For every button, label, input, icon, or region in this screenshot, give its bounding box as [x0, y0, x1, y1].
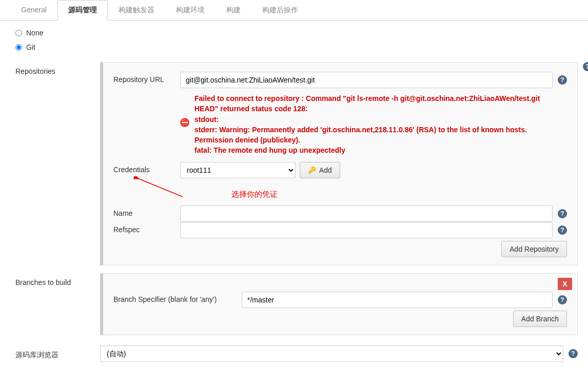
error-text: Failed to connect to repository : Comman… — [194, 93, 553, 156]
tab-general[interactable]: General — [10, 0, 57, 21]
remove-branch-button[interactable]: X — [558, 278, 572, 290]
scm-none-label: None — [26, 29, 43, 37]
add-credentials-button[interactable]: 🔑 Add — [300, 162, 340, 178]
branch-specifier-label: Branch Specifier (blank for 'any') — [113, 292, 242, 303]
scm-git-label: Git — [26, 43, 35, 51]
content-area: None Git Repositories ? Repository URL ⛔… — [0, 21, 588, 368]
branches-label: Branches to build — [15, 273, 100, 335]
tab-triggers[interactable]: 构建触发器 — [108, 0, 165, 21]
scm-git-row[interactable]: Git — [15, 40, 578, 54]
credentials-select[interactable]: root111 — [180, 162, 296, 178]
browser-label: 源码库浏览器 — [15, 345, 100, 362]
tab-build[interactable]: 构建 — [215, 0, 251, 21]
help-icon[interactable]: ? — [558, 209, 567, 218]
scm-git-radio[interactable] — [15, 44, 22, 51]
annotation-text: 选择你的凭证 — [231, 190, 567, 199]
tabs-bar: General 源码管理 构建触发器 构建环境 构建 构建后操作 — [0, 0, 588, 21]
add-button-label: Add — [319, 166, 332, 174]
help-icon[interactable]: ? — [558, 226, 567, 235]
repo-url-label: Repository URL — [113, 72, 180, 84]
refspec-input[interactable] — [180, 222, 553, 238]
add-branch-button[interactable]: Add Branch — [513, 311, 567, 327]
branch-specifier-input[interactable] — [242, 292, 553, 308]
key-icon: 🔑 — [308, 166, 316, 174]
help-icon[interactable]: ? — [569, 349, 578, 358]
refspec-label: Refspec — [113, 222, 180, 234]
tab-postbuild[interactable]: 构建后操作 — [251, 0, 309, 21]
scm-none-radio[interactable] — [15, 30, 22, 36]
name-input[interactable] — [180, 206, 553, 222]
browser-select[interactable]: (自动) — [100, 345, 563, 362]
help-icon[interactable]: ? — [558, 295, 567, 304]
repositories-label: Repositories — [15, 62, 100, 265]
branches-section: Branches to build X Branch Specifier (bl… — [15, 273, 578, 335]
tab-scm[interactable]: 源码管理 — [57, 0, 108, 21]
help-icon[interactable]: ? — [558, 75, 567, 85]
error-block: ⛔ Failed to connect to repository : Comm… — [180, 93, 553, 156]
help-icon[interactable]: ? — [583, 62, 588, 71]
svg-line-1 — [139, 179, 183, 197]
name-label: Name — [113, 206, 180, 217]
credentials-label: Credentials — [113, 162, 180, 174]
repositories-panel: Repository URL ⛔ Failed to connect to re… — [100, 62, 578, 265]
browser-section: 源码库浏览器 (自动) ? — [15, 345, 578, 362]
branches-panel: X Branch Specifier (blank for 'any') ? A… — [100, 273, 578, 335]
annotation-arrow — [131, 176, 193, 202]
repo-url-input[interactable] — [180, 72, 553, 88]
repositories-section: Repositories ? Repository URL ⛔ Failed t… — [15, 62, 578, 265]
error-icon: ⛔ — [180, 118, 189, 127]
add-repository-button[interactable]: Add Repository — [501, 241, 567, 257]
tab-environment[interactable]: 构建环境 — [165, 0, 215, 21]
scm-none-row[interactable]: None — [15, 26, 578, 40]
